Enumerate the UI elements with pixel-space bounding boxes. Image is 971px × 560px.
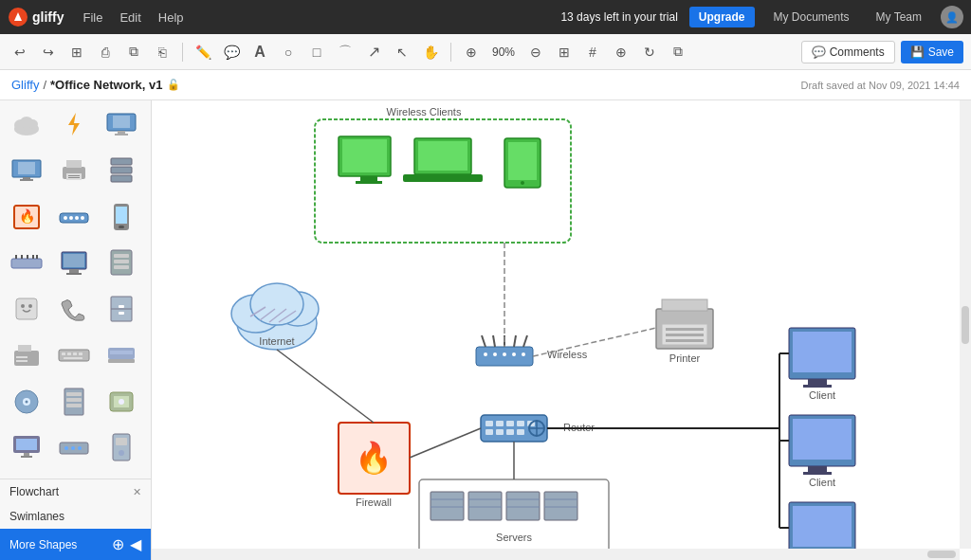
pen-tool[interactable]: ✏️ [191,40,215,64]
hand-tool[interactable]: ✋ [418,40,443,64]
svg-rect-111 [666,328,704,331]
svg-rect-92 [356,181,382,184]
flowchart-close[interactable]: ✕ [133,486,141,498]
save-icon: 💾 [910,45,925,59]
grid-button[interactable]: # [580,40,605,64]
add-shapes-icon[interactable]: ⊕ [112,535,124,553]
zoom-out-button[interactable]: ⊖ [523,40,548,64]
svg-rect-138 [506,429,514,435]
align-button[interactable]: ⊕ [609,40,633,64]
vertical-scrollbar[interactable] [960,100,971,549]
svg-point-28 [81,216,84,220]
shape-scanner[interactable] [101,337,142,373]
shape-switch[interactable] [6,244,47,280]
shape-cabinet[interactable] [101,291,142,327]
shape-disk[interactable] [6,384,47,420]
svg-text:Client: Client [809,389,835,401]
copy-button[interactable]: ⧉ [121,40,146,64]
rect-tool[interactable]: □ [304,40,329,64]
svg-point-124 [512,352,516,356]
shape-ups[interactable] [101,429,142,465]
shape-printer[interactable] [53,153,95,189]
shape-cloud[interactable] [6,106,47,142]
shape-fax[interactable] [6,337,47,373]
edit-menu[interactable]: Edit [112,7,148,28]
scrollbar-thumb[interactable] [962,306,969,344]
save-button[interactable]: 💾 Save [901,41,963,63]
svg-rect-9 [115,134,128,135]
undo-button[interactable]: ↩ [8,40,32,64]
more-shapes-icons: ⊕ ◀ [112,535,141,553]
shape-rack[interactable] [53,384,95,420]
shape-monitor[interactable] [101,106,142,142]
comments-button[interactable]: 💬 Comments [801,41,895,63]
shape-lightning[interactable] [53,106,95,142]
arrow-tool[interactable]: ↗ [361,40,386,64]
more-shapes-label: More Shapes [9,538,77,551]
shape-keyboard[interactable] [53,337,95,373]
svg-rect-17 [68,175,80,176]
swimlanes-label: Swimlanes [9,510,64,523]
print-button[interactable]: ⎙ [93,40,118,64]
svg-rect-45 [114,265,129,269]
shape-modem[interactable] [53,429,95,465]
my-team-button[interactable]: My Team [869,7,929,27]
shape-nas[interactable] [101,244,142,280]
svg-text:🔥: 🔥 [19,208,36,225]
zoom-in-button[interactable]: ⊕ [459,40,484,64]
line-tool[interactable]: ⌒ [333,40,357,64]
svg-rect-12 [23,177,30,179]
lock-icon[interactable]: 🔓 [167,79,180,91]
logo[interactable]: gliffy [8,7,64,27]
paste-button[interactable]: ⎗ [150,40,174,64]
shape-router[interactable] [53,199,95,235]
svg-rect-166 [803,472,832,475]
upgrade-button[interactable]: Upgrade [689,7,755,27]
shape-server[interactable] [101,153,142,189]
layers-button[interactable]: ⧉ [666,40,690,64]
svg-line-174 [410,428,481,458]
comment-tool[interactable]: 💬 [219,40,244,64]
svg-rect-94 [418,141,467,171]
collapse-panel-icon[interactable]: ◀ [130,535,141,553]
svg-point-121 [484,352,487,356]
shape-telephone[interactable] [53,291,95,327]
canvas[interactable]: Wireless Clients Inter [152,100,971,560]
shape-cd[interactable] [101,384,142,420]
shape-monitor2[interactable] [6,429,47,465]
svg-rect-154 [544,492,577,520]
user-avatar[interactable]: 👤 [941,6,963,28]
text-tool[interactable]: A [247,40,272,64]
save-diagram-button[interactable]: ⊞ [64,40,89,64]
my-documents-button[interactable]: My Documents [766,7,857,27]
more-shapes-bar[interactable]: More Shapes ⊕ ◀ [0,529,151,560]
shape-phone[interactable] [101,199,142,235]
redo-button[interactable]: ↪ [36,40,61,64]
svg-rect-61 [79,352,82,355]
fit-page-button[interactable]: ⊞ [552,40,577,64]
help-menu[interactable]: Help [151,7,192,28]
swimlanes-section[interactable]: Swimlanes [0,504,151,529]
svg-rect-159 [793,332,852,372]
flowchart-section[interactable]: Flowchart ✕ [0,479,151,504]
file-menu[interactable]: File [75,7,110,28]
shape-workstation[interactable] [53,244,95,280]
draft-saved-text: Draft saved at Nov 09, 2021 14:44 [800,80,960,91]
svg-rect-160 [808,379,827,385]
breadcrumb-parent[interactable]: Gliffy [11,78,39,92]
svg-point-47 [21,304,25,308]
svg-rect-161 [803,385,832,388]
shape-desktop[interactable] [6,153,47,189]
svg-text:Firewall: Firewall [356,497,392,508]
toolbar-separator-1 [182,43,183,62]
circle-tool[interactable]: ○ [276,40,301,64]
h-scrollbar-thumb[interactable] [927,551,956,558]
shape-outlet[interactable] [6,291,47,327]
shape-firewall[interactable]: 🔥 [6,199,47,235]
pointer-tool[interactable]: ↖ [390,40,414,64]
svg-rect-113 [666,339,704,342]
rotate-button[interactable]: ↻ [637,40,662,64]
flowchart-label: Flowchart [9,485,59,498]
svg-rect-46 [16,298,37,319]
horizontal-scrollbar[interactable] [152,549,960,560]
